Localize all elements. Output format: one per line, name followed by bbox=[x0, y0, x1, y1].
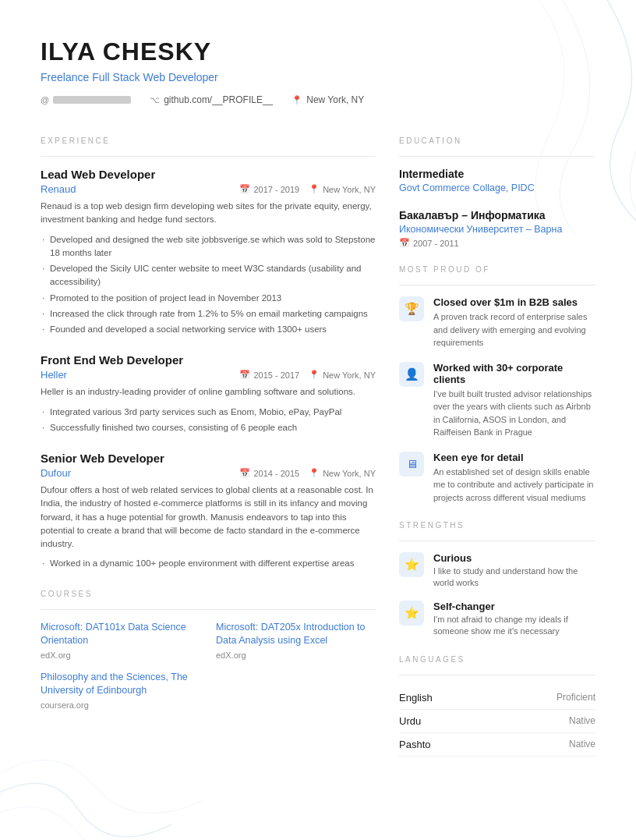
proud-desc-1: I've built built trusted advisor relatio… bbox=[433, 388, 595, 439]
exp-description-1: Heller is an industry-leading provider o… bbox=[41, 385, 376, 399]
exp-description-2: Dufour offers a host of web related serv… bbox=[41, 484, 376, 551]
exp-location-2: 📍 New York, NY bbox=[309, 468, 376, 478]
courses-section: COURSES Microsoft: DAT101x Data Science … bbox=[41, 590, 376, 710]
strength-icon-0: ⭐ bbox=[399, 552, 424, 577]
edu-school-0: Govt Commerce Collage, PIDC bbox=[399, 183, 595, 193]
lang-item-1: Urdu Native bbox=[399, 710, 595, 733]
courses-grid: Microsoft: DAT101x Data Science Orientat… bbox=[41, 621, 376, 710]
languages-section-label: LANGUAGES bbox=[399, 655, 595, 664]
education-divider bbox=[399, 156, 595, 157]
bullet-0-2: Promoted to the position of project lead… bbox=[41, 292, 376, 305]
course-name-1: Microsoft: DAT205x Introduction to Data … bbox=[216, 621, 376, 648]
calendar-icon-2: 📅 bbox=[239, 468, 250, 478]
bullet-0-1: Developed the Sicily UIC center website … bbox=[41, 262, 376, 289]
proud-section: MOST PROUD OF 🏆 Closed over $1m in B2B s… bbox=[399, 265, 595, 504]
strengths-divider bbox=[399, 541, 595, 541]
course-name-0: Microsoft: DAT101x Data Science Orientat… bbox=[41, 621, 200, 648]
exp-date-2: 📅 2014 - 2015 bbox=[239, 468, 299, 478]
lang-name-2: Pashto bbox=[399, 739, 430, 750]
lang-level-1: Native bbox=[569, 715, 595, 726]
courses-divider bbox=[41, 609, 376, 610]
exp-entry-2: Senior Web Developer Dufour 📅 2014 - 201… bbox=[41, 452, 376, 571]
right-column: EDUCATION Intermediate Govt Commerce Col… bbox=[399, 136, 595, 757]
pin-icon-2: 📍 bbox=[309, 468, 320, 478]
exp-entry-0: Lead Web Developer Renaud 📅 2017 - 2019 … bbox=[41, 168, 376, 336]
proud-item-1: 👤 Worked with 30+ corporate clients I've… bbox=[399, 362, 595, 439]
exp-date-location-0: 📅 2017 - 2019 📍 New York, NY bbox=[239, 184, 376, 194]
main-layout: EXPERIENCE Lead Web Developer Renaud 📅 2… bbox=[41, 136, 595, 757]
course-name-2: Philosophy and the Sciences, The Univers… bbox=[41, 671, 200, 698]
exp-meta-2: Dufour 📅 2014 - 2015 📍 New York, NY bbox=[41, 467, 376, 479]
proud-item-2: 🖥 Keen eye for detail An established set… bbox=[399, 452, 595, 505]
strengths-section-label: STRENGTHS bbox=[399, 521, 595, 530]
proud-icon-1: 👤 bbox=[399, 362, 424, 387]
proud-item-0: 🏆 Closed over $1m in B2B sales A proven … bbox=[399, 296, 595, 349]
bullet-2-0: Worked in a dynamic 100+ people environm… bbox=[41, 557, 376, 570]
experience-section-label: EXPERIENCE bbox=[41, 136, 376, 145]
exp-location-0: 📍 New York, NY bbox=[309, 184, 376, 194]
location-value: New York, NY bbox=[306, 94, 364, 105]
bullet-1-1: Successfully finished two courses, consi… bbox=[41, 421, 376, 434]
exp-company-0: Renaud bbox=[41, 183, 76, 195]
exp-job-title-2: Senior Web Developer bbox=[41, 452, 376, 465]
education-section-label: EDUCATION bbox=[399, 136, 595, 145]
bullet-0-3: Increased the click through rate from 1.… bbox=[41, 307, 376, 321]
edu-entry-1: Бакалавър – Информатика Икономически Уни… bbox=[399, 209, 595, 248]
proud-icon-0: 🏆 bbox=[399, 296, 424, 321]
courses-section-label: COURSES bbox=[41, 590, 376, 598]
proud-section-label: MOST PROUD OF bbox=[399, 265, 595, 274]
proud-desc-2: An established set of design skills enab… bbox=[433, 466, 595, 505]
bullet-0-4: Founded and developed a social networkin… bbox=[41, 323, 376, 336]
exp-date-location-2: 📅 2014 - 2015 📍 New York, NY bbox=[239, 468, 376, 478]
strength-desc-1: I'm not afraid to change my ideals if so… bbox=[433, 614, 595, 638]
github-icon: ⌥ bbox=[150, 95, 160, 105]
left-column: EXPERIENCE Lead Web Developer Renaud 📅 2… bbox=[41, 136, 376, 757]
bullet-1-0: Integrated various 3rd party services su… bbox=[41, 406, 376, 419]
edu-school-1: Икономически Университет – Варна bbox=[399, 224, 595, 235]
edu-entry-0: Intermediate Govt Commerce Collage, PIDC bbox=[399, 168, 595, 193]
languages-section: LANGUAGES English Proficient Urdu Native… bbox=[399, 655, 595, 757]
pin-icon-0: 📍 bbox=[309, 184, 320, 194]
header-section: ILYA CHESKY Freelance Full Stack Web Dev… bbox=[41, 37, 595, 105]
exp-company-1: Heller bbox=[41, 369, 67, 381]
edu-calendar-icon: 📅 bbox=[399, 238, 410, 248]
exp-date-0: 📅 2017 - 2019 bbox=[239, 184, 299, 194]
exp-job-title-1: Front End Web Developer bbox=[41, 353, 376, 367]
exp-job-title-0: Lead Web Developer bbox=[41, 168, 376, 181]
lang-item-2: Pashto Native bbox=[399, 733, 595, 757]
exp-company-2: Dufour bbox=[41, 467, 71, 479]
exp-meta-0: Renaud 📅 2017 - 2019 📍 New York, NY bbox=[41, 183, 376, 195]
email-icon: @ bbox=[41, 95, 49, 105]
exp-entry-1: Front End Web Developer Heller 📅 2015 - … bbox=[41, 353, 376, 434]
strength-title-1: Self-changer bbox=[433, 601, 595, 612]
exp-date-location-1: 📅 2015 - 2017 📍 New York, NY bbox=[239, 370, 376, 380]
lang-name-1: Urdu bbox=[399, 715, 421, 727]
location-icon: 📍 bbox=[292, 95, 302, 105]
bullet-0-0: Developed and designed the web site jobb… bbox=[41, 233, 376, 261]
exp-bullets-1: Integrated various 3rd party services su… bbox=[41, 406, 376, 435]
proud-content-2: Keen eye for detail An established set o… bbox=[433, 452, 595, 505]
contact-email: @ bbox=[41, 95, 131, 105]
course-provider-0: edX.org bbox=[41, 650, 200, 660]
github-value: github.com/__PROFILE__ bbox=[164, 94, 273, 105]
course-item-1: Microsoft: DAT205x Introduction to Data … bbox=[216, 621, 376, 660]
proud-title-0: Closed over $1m in B2B sales bbox=[433, 296, 595, 308]
pin-icon-1: 📍 bbox=[309, 370, 320, 380]
lang-level-2: Native bbox=[569, 739, 595, 750]
strength-content-0: Curious I like to study and understand h… bbox=[433, 552, 595, 590]
course-provider-2: coursera.org bbox=[41, 700, 200, 710]
edu-date-1: 📅 2007 - 2011 bbox=[399, 238, 595, 248]
experience-divider bbox=[41, 156, 376, 157]
lang-level-0: Proficient bbox=[556, 692, 595, 703]
exp-description-0: Renaud is a top web design firm developi… bbox=[41, 200, 376, 227]
contact-github: ⌥ github.com/__PROFILE__ bbox=[150, 94, 273, 105]
strength-desc-0: I like to study and understand how the w… bbox=[433, 565, 595, 590]
contact-row: @ ⌥ github.com/__PROFILE__ 📍 New York, N… bbox=[41, 94, 595, 105]
lang-name-0: English bbox=[399, 692, 433, 704]
exp-meta-1: Heller 📅 2015 - 2017 📍 New York, NY bbox=[41, 369, 376, 381]
proud-divider bbox=[399, 285, 595, 285]
candidate-job-title: Freelance Full Stack Web Developer bbox=[41, 71, 595, 83]
exp-location-1: 📍 New York, NY bbox=[309, 370, 376, 380]
proud-icon-2: 🖥 bbox=[399, 452, 424, 477]
lang-item-0: English Proficient bbox=[399, 686, 595, 710]
